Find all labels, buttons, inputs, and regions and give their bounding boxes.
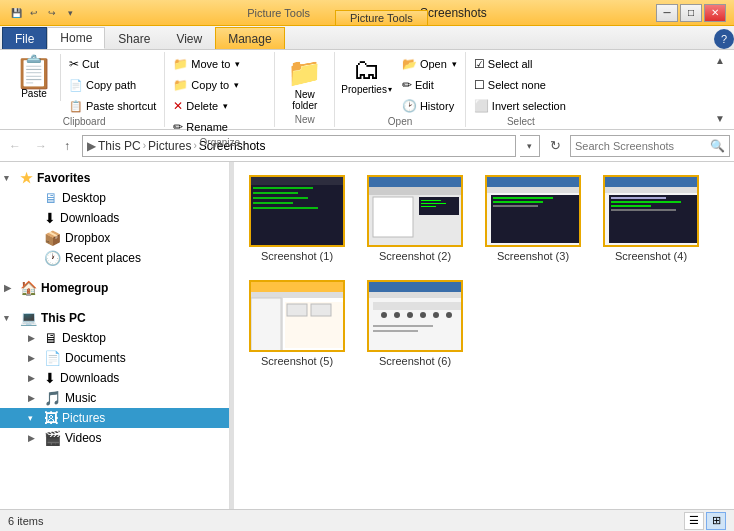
edit-button[interactable]: ✏ Edit <box>398 75 461 95</box>
open-icon: 📂 <box>402 57 417 71</box>
address-path[interactable]: ▶ This PC › Pictures › Screenshots <box>82 135 516 157</box>
path-thispc[interactable]: This PC <box>98 139 141 153</box>
paste-shortcut-button[interactable]: 📋 Paste shortcut <box>65 96 160 116</box>
tab-manage[interactable]: Manage <box>215 27 284 49</box>
sidebar-item-pictures[interactable]: ▾ 🖼 Pictures <box>0 408 229 428</box>
select-all-button[interactable]: ☑ Select all <box>470 54 572 74</box>
thispc-section[interactable]: ▾ 💻 This PC <box>0 306 229 328</box>
copy-to-icon: 📁 <box>173 78 188 92</box>
sidebar-item-downloads[interactable]: ⬇ Downloads <box>0 208 229 228</box>
sidebar-item-videos[interactable]: ▶ 🎬 Videos <box>0 428 229 448</box>
svg-rect-13 <box>421 203 446 204</box>
favorites-label: Favorites <box>37 171 90 185</box>
undo-quick-btn[interactable]: ↩ <box>26 5 42 21</box>
move-to-icon: 📁 <box>173 57 188 71</box>
save-quick-btn[interactable]: 💾 <box>8 5 24 21</box>
sidebar: ▾ ★ Favorites 🖥 Desktop ⬇ Downloads 📦 Dr… <box>0 162 230 509</box>
ribbon-expand-btn[interactable]: ▲ <box>712 54 728 67</box>
delete-icon: ✕ <box>173 99 183 113</box>
sidebar-item-music[interactable]: ▶ 🎵 Music <box>0 388 229 408</box>
svg-rect-9 <box>369 187 461 195</box>
file-name: Screenshot (2) <box>379 250 451 262</box>
open-button[interactable]: 📂 Open ▾ <box>398 54 461 74</box>
folder-arrow-icon: ▶ <box>87 139 96 153</box>
invert-selection-button[interactable]: ⬜ Invert selection <box>470 96 572 116</box>
customize-quick-btn[interactable]: ▾ <box>62 5 78 21</box>
open-arrow: ▾ <box>452 59 457 69</box>
move-to-arrow: ▾ <box>235 59 240 69</box>
tab-home[interactable]: Home <box>47 27 105 49</box>
address-dropdown[interactable]: ▾ <box>520 135 540 157</box>
file-thumbnail <box>367 175 463 247</box>
search-icon[interactable]: 🔍 <box>710 139 725 153</box>
redo-quick-btn[interactable]: ↪ <box>44 5 60 21</box>
close-button[interactable]: ✕ <box>704 4 726 22</box>
list-item[interactable]: Screenshot (1) <box>242 170 352 267</box>
list-item[interactable]: Screenshot (6) <box>360 275 470 372</box>
paste-shortcut-label: Paste shortcut <box>86 100 156 112</box>
svg-point-44 <box>407 312 413 318</box>
svg-rect-27 <box>611 201 681 203</box>
list-item[interactable]: Screenshot (2) <box>360 170 470 267</box>
new-group-label: New <box>281 114 328 125</box>
homegroup-icon: 🏠 <box>20 280 37 296</box>
pic-tools-label: Picture Tools <box>247 7 310 19</box>
paste-button[interactable]: 📋 Paste <box>8 54 61 101</box>
svg-rect-6 <box>253 207 318 209</box>
thispc-expander: ▾ <box>4 313 20 323</box>
search-input[interactable] <box>575 140 710 152</box>
homegroup-section[interactable]: ▶ 🏠 Homegroup <box>0 276 229 298</box>
cut-icon: ✂ <box>69 57 79 71</box>
file-name: Screenshot (4) <box>615 250 687 262</box>
sidebar-item-recent-places[interactable]: 🕐 Recent places <box>0 248 229 268</box>
item-count: 6 items <box>8 515 43 527</box>
forward-button[interactable]: → <box>30 135 52 157</box>
back-button[interactable]: ← <box>4 135 26 157</box>
help-button[interactable]: ? <box>714 29 734 49</box>
maximize-button[interactable]: □ <box>680 4 702 22</box>
delete-arrow: ▾ <box>223 101 228 111</box>
svg-rect-32 <box>251 292 343 298</box>
tab-share[interactable]: Share <box>105 27 163 49</box>
copy-to-label: Copy to <box>191 79 229 91</box>
tab-view[interactable]: View <box>163 27 215 49</box>
refresh-button[interactable]: ↻ <box>544 135 566 157</box>
list-item[interactable]: Screenshot (4) <box>596 170 706 267</box>
sidebar-item-pc-downloads[interactable]: ▶ ⬇ Downloads <box>0 368 229 388</box>
properties-button[interactable]: 🗂 Properties ▾ <box>339 54 394 116</box>
select-none-button[interactable]: ☐ Select none <box>470 75 572 95</box>
sidebar-item-desktop[interactable]: 🖥 Desktop <box>0 188 229 208</box>
move-to-button[interactable]: 📁 Move to ▾ <box>169 54 270 74</box>
delete-button[interactable]: ✕ Delete ▾ <box>169 96 270 116</box>
copy-path-button[interactable]: 📄 Copy path <box>65 75 160 95</box>
tab-file[interactable]: File <box>2 27 47 49</box>
window-controls: ─ □ ✕ <box>656 4 726 22</box>
dropbox-label: Dropbox <box>65 231 110 245</box>
open-actions: 📂 Open ▾ ✏ Edit 🕑 History <box>398 54 461 116</box>
history-button[interactable]: 🕑 History <box>398 96 461 116</box>
details-view-button[interactable]: ☰ <box>684 512 704 530</box>
file-name: Screenshot (3) <box>497 250 569 262</box>
downloads-icon: ⬇ <box>44 210 56 226</box>
new-folder-button[interactable]: 📁 Newfolder <box>283 54 326 113</box>
cut-button[interactable]: ✂ Cut <box>65 54 160 74</box>
sidebar-item-documents[interactable]: ▶ 📄 Documents <box>0 348 229 368</box>
favorites-section[interactable]: ▾ ★ Favorites <box>0 166 229 188</box>
svg-rect-23 <box>605 175 697 187</box>
large-icons-view-button[interactable]: ⊞ <box>706 512 726 530</box>
rename-button[interactable]: ✏ Rename <box>169 117 270 137</box>
ribbon-collapse-btn[interactable]: ▼ <box>712 112 728 125</box>
svg-rect-19 <box>493 197 553 199</box>
svg-rect-29 <box>611 209 676 211</box>
minimize-button[interactable]: ─ <box>656 4 678 22</box>
sidebar-item-dropbox[interactable]: 📦 Dropbox <box>0 228 229 248</box>
list-item[interactable]: Screenshot (5) <box>242 275 352 372</box>
select-group: ☑ Select all ☐ Select none ⬜ Invert sele… <box>466 52 576 127</box>
copy-to-button[interactable]: 📁 Copy to ▾ <box>169 75 270 95</box>
list-item[interactable]: Screenshot (3) <box>478 170 588 267</box>
pc-desktop-expander: ▶ <box>28 333 44 343</box>
select-none-label: Select none <box>488 79 546 91</box>
svg-point-43 <box>394 312 400 318</box>
sidebar-item-pc-desktop[interactable]: ▶ 🖥 Desktop <box>0 328 229 348</box>
up-button[interactable]: ↑ <box>56 135 78 157</box>
